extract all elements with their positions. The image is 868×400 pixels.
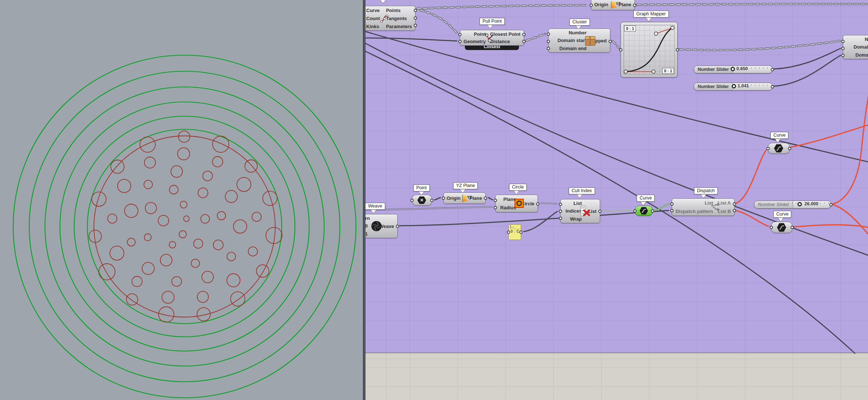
curve-icon: [774, 144, 783, 153]
rhino-viewport[interactable]: [0, 0, 363, 400]
curve-a-tooltip: Curve: [770, 132, 788, 139]
wire-grip[interactable]: [841, 40, 845, 43]
viewport-geometry: [0, 0, 363, 400]
component-curve-param-a[interactable]: [768, 143, 790, 154]
wire-grip[interactable]: [619, 48, 622, 52]
wire-grip[interactable]: [410, 199, 414, 202]
wire-grip[interactable]: [559, 217, 562, 220]
input-label: Curve: [366, 7, 380, 14]
input-label: Kinks: [366, 23, 380, 30]
component-pull-point[interactable]: Point Geometry Closest Point Distance: [460, 30, 524, 46]
group-edge-line: [365, 353, 868, 353]
slider-value: 1.041: [738, 83, 749, 88]
component-circle[interactable]: Plane Radius Circle: [495, 195, 538, 212]
component-cluster[interactable]: Number Domain start Domain end Mapped: [548, 28, 610, 53]
component-weave[interactable]: rn 0 1 Weave: [363, 214, 398, 238]
viewport-canvas-splitter[interactable]: [363, 0, 365, 400]
wire-grip[interactable]: [651, 209, 654, 213]
number-slider-26000[interactable]: Number Slider 26.000: [754, 201, 831, 209]
wire-grip[interactable]: [609, 40, 612, 43]
wire-grip[interactable]: [507, 231, 510, 234]
number-slider-0650[interactable]: Number Slider 0.650: [694, 65, 773, 73]
wire-grip[interactable]: [841, 47, 845, 50]
input-label: Origin: [594, 1, 608, 8]
wire-grip[interactable]: [458, 40, 462, 43]
slider-knob[interactable]: [797, 202, 802, 206]
slider-value: 0.650: [736, 66, 748, 71]
wire-grip[interactable]: [590, 4, 593, 7]
wire-grip[interactable]: [829, 203, 833, 206]
input-label: Radius: [500, 204, 516, 211]
wire-grip[interactable]: [414, 16, 417, 20]
wire-grip[interactable]: [547, 40, 550, 43]
dispatch-icon: [711, 202, 721, 212]
point-tooltip: Point: [413, 184, 430, 191]
wire-grip[interactable]: [633, 4, 636, 7]
wire-grip[interactable]: [396, 225, 399, 228]
wire-grip[interactable]: [670, 202, 674, 206]
canvas-group-region: [365, 0, 868, 353]
wire-grip[interactable]: [494, 206, 497, 209]
wire-grip[interactable]: [414, 24, 417, 27]
slider-knob[interactable]: [732, 84, 736, 88]
wire-grip[interactable]: [771, 85, 774, 88]
circle-tooltip: Circle: [509, 184, 527, 191]
grasshopper-app-window: { "viewport": { "bg": "#9EA5AD", "green_…: [0, 0, 868, 400]
wire-grip[interactable]: [494, 199, 497, 202]
wire-grip[interactable]: [733, 209, 736, 212]
slider-name: Number Slider: [694, 83, 733, 90]
component-dispatch[interactable]: List Dispatch pattern List A List B: [672, 198, 735, 216]
wire-grip[interactable]: [670, 209, 674, 212]
wire-grip[interactable]: [414, 9, 417, 12]
component-point-param[interactable]: ✕: [412, 195, 432, 206]
wire-grip[interactable]: [766, 147, 770, 150]
yz-plane-tooltip: YZ Plane: [453, 182, 478, 189]
input-label: Domain start: [558, 37, 587, 44]
component-yz-plane[interactable]: Origin Plane YZ: [443, 193, 486, 204]
graph-mapper-plot[interactable]: [623, 25, 675, 75]
slider-ticks: [751, 67, 769, 69]
wire-grip[interactable]: [771, 68, 774, 71]
grasshopper-canvas[interactable]: [365, 0, 868, 400]
wire-grip[interactable]: [536, 202, 539, 206]
wire-grip[interactable]: [519, 231, 523, 234]
wire-grip[interactable]: [559, 203, 562, 206]
wire-grip[interactable]: [788, 147, 791, 150]
panel-header: {…: [509, 225, 521, 229]
wire-grip[interactable]: [676, 48, 679, 52]
component-graph-mapper[interactable]: 0 : 1 0 : 1: [621, 22, 678, 77]
graph-mapper-tooltip: Graph Mapper: [633, 11, 669, 18]
wire-grip[interactable]: [770, 226, 773, 229]
input-label: rn: [365, 215, 370, 222]
wire-grip[interactable]: [522, 33, 526, 36]
component-curve-param-b[interactable]: [771, 222, 792, 233]
component-curve-param-selected[interactable]: [635, 206, 653, 216]
wire-grip[interactable]: [733, 202, 736, 206]
number-slider-1041[interactable]: Number Slider 1.041: [694, 83, 773, 91]
wire-grip[interactable]: [791, 226, 794, 229]
wire-grip[interactable]: [484, 197, 487, 200]
graph-domain-label: 0 : 1: [624, 26, 636, 31]
wire-grip[interactable]: [559, 210, 562, 213]
data-panel[interactable]: {… 0 C: [508, 224, 521, 240]
input-label: 1: [365, 231, 370, 237]
slider-knob[interactable]: [731, 67, 735, 71]
wire-grip[interactable]: [547, 33, 550, 36]
wire-grip[interactable]: [547, 47, 550, 50]
input-label: Domain start: [854, 43, 868, 50]
yz-icon-text: YZ: [467, 195, 472, 199]
wire-grip[interactable]: [633, 209, 637, 213]
input-label: Domain end: [856, 52, 868, 58]
component-cull-index[interactable]: List Indices Wrap List: [560, 199, 600, 223]
wire-grip[interactable]: [522, 40, 526, 43]
input-label: Domain end: [560, 45, 587, 52]
component-remap-right[interactable]: Number Domain start Domain end: [843, 35, 868, 59]
component-interpolate-curve[interactable]: Curve Count Kinks Points Tangents Parame…: [363, 6, 416, 31]
component-yz-plane-top[interactable]: Origin Plane YZ: [591, 0, 635, 10]
wire-grip[interactable]: [598, 210, 602, 213]
wire-grip[interactable]: [841, 54, 845, 57]
wire-grip[interactable]: [442, 197, 445, 200]
curve-tooltip: Curve: [637, 195, 655, 202]
wire-grip[interactable]: [458, 33, 462, 36]
wire-grip[interactable]: [430, 199, 433, 202]
